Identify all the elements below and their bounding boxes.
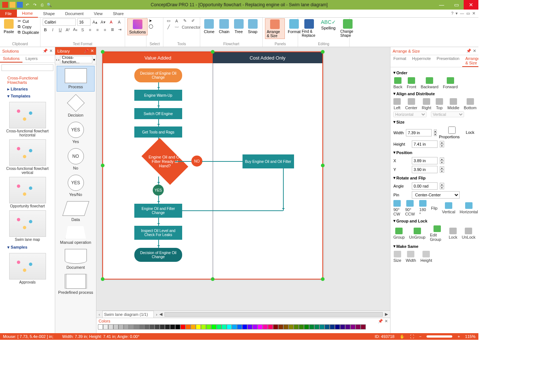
collapse-ribbon-icon[interactable]: ▾ <box>456 11 458 16</box>
sel-handle-ne[interactable] <box>321 50 325 54</box>
sec-makesame[interactable]: Make Same <box>393 242 475 250</box>
pointer-icon[interactable]: ➤ <box>149 18 152 23</box>
btn-flip-v[interactable]: Vertical <box>442 202 455 214</box>
underline-icon[interactable]: U <box>58 28 63 32</box>
color-swatch[interactable] <box>124 324 129 329</box>
indent-icon[interactable]: ⇥ <box>117 27 123 32</box>
btn-lock[interactable]: Lock <box>449 228 457 239</box>
node-yes[interactable]: YES <box>153 185 164 196</box>
lib-item-document[interactable]: Document <box>57 247 95 272</box>
x-down[interactable]: ▾ <box>440 161 444 164</box>
node-off[interactable]: Switch Off Engine <box>134 108 182 119</box>
template-thumb-3[interactable] <box>9 210 46 237</box>
color-swatch[interactable] <box>335 324 340 329</box>
color-swatch[interactable] <box>196 324 201 329</box>
x-up[interactable]: ▴ <box>440 157 444 161</box>
sec-size[interactable]: Size <box>393 118 475 126</box>
cut-button[interactable]: ✂Cut <box>17 18 40 24</box>
width-input[interactable] <box>406 129 432 136</box>
page-prev-icon[interactable]: ‹ <box>99 312 100 317</box>
paste-button[interactable]: Paste <box>2 18 15 35</box>
color-swatch[interactable] <box>118 324 124 329</box>
minimize-button[interactable]: — <box>434 0 449 10</box>
hscroll-right-icon[interactable]: ▶ <box>385 312 388 317</box>
sel-handle-n[interactable] <box>211 50 215 54</box>
color-swatch[interactable] <box>206 324 211 329</box>
layers-tab[interactable]: Layers <box>22 55 40 63</box>
copy-button[interactable]: ⧉Copy <box>17 24 40 29</box>
highlight-icon[interactable]: A <box>116 20 122 24</box>
color-swatch[interactable] <box>289 324 294 329</box>
duplicate-button[interactable]: ⧉Duplicate <box>17 29 40 35</box>
snap-button[interactable]: Snap <box>247 18 259 35</box>
color-swatch[interactable] <box>108 324 113 329</box>
color-swatch[interactable] <box>252 324 258 329</box>
btn-group[interactable]: Group <box>393 228 405 239</box>
lib-item-process[interactable]: Process <box>57 66 95 92</box>
node-no[interactable]: NO <box>191 156 202 167</box>
qat-search-icon[interactable]: 🔍 <box>46 2 52 8</box>
node-change[interactable]: Engine Oil and Filter Change <box>134 204 182 218</box>
clone-button[interactable]: Clone <box>202 18 216 35</box>
color-swatch[interactable] <box>361 324 366 329</box>
sel-handle-nw[interactable] <box>101 50 105 54</box>
color-swatch[interactable] <box>165 324 170 329</box>
library-selector[interactable]: Cross-function... <box>60 56 92 63</box>
bullets-icon[interactable]: ≣ <box>110 27 115 32</box>
superscript-icon[interactable]: A² <box>65 28 70 32</box>
sec-group[interactable]: Group and Lock <box>393 217 475 225</box>
zoom-out-icon[interactable]: − <box>419 334 421 339</box>
zoom-slider[interactable] <box>427 335 452 338</box>
lib-item-data[interactable]: Data <box>57 199 95 224</box>
horizontal-scrollbar[interactable] <box>164 312 383 317</box>
color-swatch[interactable] <box>227 324 232 329</box>
template-thumb-0[interactable] <box>9 102 46 128</box>
pen-tool-icon[interactable]: ✎ <box>182 18 188 23</box>
sample-thumb-0[interactable] <box>9 253 46 279</box>
subscript-icon[interactable]: A₂ <box>72 27 78 32</box>
rectangle-tool-icon[interactable]: ▭ <box>166 18 171 23</box>
solutions-button[interactable]: Solutions <box>127 18 148 35</box>
lasso-icon[interactable]: ◯ <box>149 24 153 29</box>
close-button[interactable]: ✕ <box>464 0 478 10</box>
link-samples[interactable]: Samples <box>2 244 53 251</box>
pin-select[interactable]: Center-Center <box>412 191 460 199</box>
template-thumb-1[interactable] <box>9 139 46 166</box>
node-end[interactable]: Decision of Engine Oil Change <box>134 248 182 262</box>
file-menu[interactable]: File <box>0 10 17 18</box>
tab-shape[interactable]: Shape <box>38 10 60 18</box>
height-up[interactable]: ▴ <box>440 141 444 144</box>
btn-back[interactable]: Back <box>393 77 402 89</box>
grow-font-icon[interactable]: A▴ <box>92 20 98 25</box>
color-swatch[interactable] <box>180 324 185 329</box>
zoom-in-icon[interactable]: + <box>457 334 460 339</box>
node-inspect[interactable]: Inspect Oil Level and Check For Leaks <box>134 226 182 240</box>
window-max-icon[interactable]: ▭ <box>466 11 470 16</box>
lib-menu-icon[interactable]: ▾ <box>93 57 95 62</box>
rp-tab-arrange[interactable]: Arrange & Size <box>462 55 478 67</box>
width-up[interactable]: ▴ <box>434 129 437 133</box>
color-swatch[interactable] <box>314 324 319 329</box>
y-up[interactable]: ▴ <box>440 166 444 170</box>
tab-view[interactable]: View <box>89 10 108 18</box>
btn-front[interactable]: Front <box>407 77 416 89</box>
text-tool-icon[interactable]: A <box>174 19 180 23</box>
color-swatch[interactable] <box>355 324 361 329</box>
color-swatch[interactable] <box>299 324 304 329</box>
pin-icon[interactable]: 📌 <box>84 49 89 53</box>
height-down[interactable]: ▾ <box>440 144 444 147</box>
btn-align-left[interactable]: Left <box>393 98 401 110</box>
color-swatch[interactable] <box>283 324 289 329</box>
maximize-button[interactable]: ▭ <box>449 0 464 10</box>
lib-item-yes[interactable]: YESYes <box>57 120 95 146</box>
font-size-select[interactable]: 16 <box>77 18 91 26</box>
panel-close-icon[interactable]: ✕ <box>91 49 94 53</box>
node-warm[interactable]: Engine Warm-Up <box>134 90 182 101</box>
btn-90cw[interactable]: 90° CW <box>393 200 401 216</box>
btn-90ccw[interactable]: 90° CCW <box>405 200 415 216</box>
y-input[interactable] <box>412 166 438 173</box>
color-swatch[interactable] <box>309 324 314 329</box>
color-swatch[interactable] <box>155 324 160 329</box>
align-right-icon[interactable]: ≡ <box>102 28 107 32</box>
qat-open-icon[interactable] <box>10 2 15 8</box>
